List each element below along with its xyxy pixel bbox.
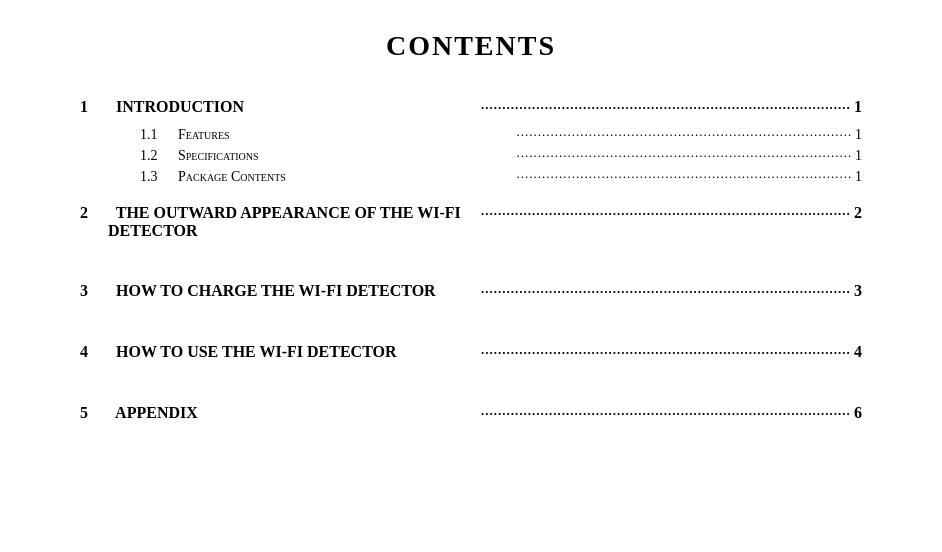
entry-dots-1-3 [517, 166, 852, 183]
entry-number-1-2: 1.2 [140, 148, 178, 164]
entry-number-1-1: 1.1 [140, 127, 178, 143]
entry-number-3: 3 [80, 282, 108, 300]
entry-title-1-2: Specifications [178, 148, 513, 164]
entry-page-5: 6 [854, 404, 862, 422]
entry-dots-4 [481, 342, 850, 359]
toc-entry-1-1: 1.1 Features 1 [80, 127, 862, 144]
entry-title-5: APPENDIX [108, 404, 477, 422]
toc-entry-2: 2 THE OUTWARD APPEARANCE OF THE WI-FI DE… [80, 204, 862, 240]
toc-section-2: 2 THE OUTWARD APPEARANCE OF THE WI-FI DE… [80, 204, 862, 264]
toc-entry-5: 5 APPENDIX 6 [80, 404, 862, 423]
toc-section-4: 4 HOW TO USE THE WI-FI DETECTOR 4 [80, 343, 862, 386]
entry-page-3: 3 [854, 282, 862, 300]
entry-dots-2 [481, 203, 850, 220]
entry-dots-1-1 [517, 124, 852, 141]
entry-title-3: HOW TO CHARGE THE WI-FI DETECTOR [108, 282, 477, 300]
entry-dots-5 [481, 403, 850, 420]
entry-number-1: 1 [80, 98, 108, 116]
entry-dots-1 [481, 97, 850, 114]
toc-section-3: 3 HOW TO CHARGE THE WI-FI DETECTOR 3 [80, 282, 862, 325]
entry-dots-3 [481, 281, 850, 298]
entry-title-1: INTRODUCTION [108, 98, 477, 116]
entry-page-1-3: 1 [855, 169, 862, 185]
toc-container: 1 INTRODUCTION 1 1.1 Features 1 1.2 Spec… [80, 98, 862, 423]
entry-page-2: 2 [854, 204, 862, 222]
entry-page-4: 4 [854, 343, 862, 361]
toc-section-1: 1 INTRODUCTION 1 1.1 Features 1 1.2 Spec… [80, 98, 862, 186]
page-title: CONTENTS [80, 30, 862, 62]
entry-page-1-1: 1 [855, 127, 862, 143]
entry-page-1-2: 1 [855, 148, 862, 164]
toc-section-5: 5 APPENDIX 6 [80, 404, 862, 423]
toc-entry-4: 4 HOW TO USE THE WI-FI DETECTOR 4 [80, 343, 862, 362]
entry-number-1-3: 1.3 [140, 169, 178, 185]
entry-title-1-3: Package Contents [178, 169, 513, 185]
entry-title-1-1: Features [178, 127, 513, 143]
entry-number-4: 4 [80, 343, 108, 361]
sub-section-group-1: 1.1 Features 1 1.2 Specifications 1 1.3 … [80, 127, 862, 186]
entry-dots-1-2 [517, 145, 852, 162]
toc-entry-3: 3 HOW TO CHARGE THE WI-FI DETECTOR 3 [80, 282, 862, 301]
toc-entry-1-3: 1.3 Package Contents 1 [80, 169, 862, 186]
toc-entry-1: 1 INTRODUCTION 1 [80, 98, 862, 117]
entry-title-4: HOW TO USE THE WI-FI DETECTOR [108, 343, 477, 361]
entry-number-5: 5 [80, 404, 108, 422]
toc-entry-1-2: 1.2 Specifications 1 [80, 148, 862, 165]
entry-title-2: THE OUTWARD APPEARANCE OF THE WI-FI DETE… [108, 204, 477, 240]
entry-page-1: 1 [854, 98, 862, 116]
entry-number-2: 2 [80, 204, 108, 222]
